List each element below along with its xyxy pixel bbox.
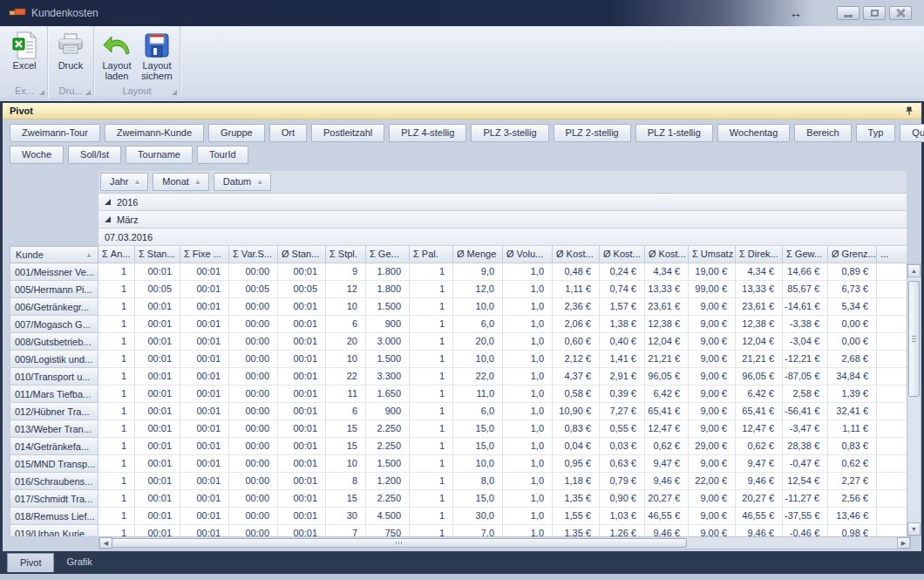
layout-laden-button[interactable]: Layout laden <box>98 29 136 81</box>
column-header[interactable]: Ø Kost... <box>553 246 600 263</box>
scroll-up-icon[interactable]: ▲ <box>907 264 921 277</box>
tab-grafik[interactable]: Grafik <box>54 553 104 572</box>
scroll-down-icon[interactable]: ▼ <box>907 522 921 536</box>
data-cell: 1.500 <box>366 455 410 473</box>
field-label: Monat <box>162 174 189 190</box>
data-cell: 0,00 € <box>828 333 877 351</box>
data-cell: 1,0 <box>503 316 553 333</box>
row-header[interactable]: 007/Mogasch G... <box>10 316 99 333</box>
row-header[interactable]: 011/Mars Tiefba... <box>10 386 99 403</box>
data-cell: 65,41 € <box>645 403 689 420</box>
data-cell: 00:01 <box>278 438 326 455</box>
row-header[interactable]: 006/Getränkegr... <box>10 298 99 316</box>
minimize-icon <box>844 15 853 17</box>
row-header[interactable]: 013/Weber Tran... <box>10 420 99 438</box>
column-header[interactable]: Σ Stpl. <box>326 246 366 263</box>
data-cell: 1,39 € <box>828 386 877 403</box>
row-header[interactable]: 019/Urban Kurie... <box>10 525 99 536</box>
column-header[interactable]: Ø Volu... <box>503 246 553 263</box>
filter-field-chip-soll-ist[interactable]: Soll/Ist <box>68 146 121 164</box>
row-field-chip-kunde[interactable]: Kunde ▲ <box>10 246 99 263</box>
pin-icon[interactable] <box>904 106 914 116</box>
filter-field-chip-plz-3-stellig[interactable]: PLZ 3-stellig <box>471 124 548 142</box>
column-header[interactable]: Σ Stan... <box>135 246 180 263</box>
row-header[interactable]: 015/MND Transp... <box>10 455 99 473</box>
filter-field-chip-tourname[interactable]: Tourname <box>126 146 193 164</box>
data-cell: 1 <box>410 368 453 386</box>
row-header[interactable]: 010/Transport u... <box>10 368 99 386</box>
data-cell: 12,47 € <box>645 420 689 438</box>
dialog-launcher-icon[interactable] <box>39 90 44 95</box>
minimize-button[interactable] <box>837 6 859 20</box>
column-field-chip-monat[interactable]: Monat▲ <box>153 173 209 191</box>
filter-field-chip-woche[interactable]: Woche <box>10 146 64 164</box>
data-cell: 00:01 <box>180 281 229 298</box>
column-header[interactable]: Ø Kost... <box>645 246 689 263</box>
column-header[interactable]: Σ Pal. <box>410 246 453 263</box>
row-header[interactable]: 001/Meissner Ve... <box>10 263 99 281</box>
filter-field-chip-plz-1-stellig[interactable]: PLZ 1-stellig <box>635 124 713 142</box>
data-cell: 4,37 € <box>553 368 600 386</box>
row-header[interactable]: 017/Schmidt Tra... <box>10 490 99 508</box>
column-header[interactable]: ... <box>877 246 907 263</box>
filter-field-chip-quartal[interactable]: Quartal <box>900 124 924 142</box>
restore-button[interactable] <box>863 6 886 20</box>
column-field-chip-jahr[interactable]: Jahr▲ <box>100 173 148 191</box>
data-cell: 46,55 € <box>736 508 783 525</box>
excel-button[interactable]: Excel <box>5 29 44 71</box>
horizontal-scrollbar-thumb[interactable] <box>112 538 687 548</box>
row-header[interactable]: 005/Hermann Pi... <box>10 281 99 298</box>
scroll-left-icon[interactable]: ◀ <box>99 537 112 549</box>
dialog-launcher-icon[interactable] <box>85 90 91 95</box>
column-header[interactable]: Σ Direk... <box>736 246 783 263</box>
pivot-band-m-rz[interactable]: März <box>99 211 907 229</box>
row-header[interactable]: 008/Gutsbetrieb... <box>10 333 99 351</box>
filter-field-chip-bereich[interactable]: Bereich <box>794 124 851 142</box>
column-header[interactable]: Ø Menge <box>453 246 503 263</box>
filter-field-chip-zweimann-kunde[interactable]: Zweimann-Kunde <box>105 124 204 142</box>
column-header[interactable]: Ø Grenz... <box>828 246 877 263</box>
filter-field-chip-plz-2-stellig[interactable]: PLZ 2-stellig <box>554 124 631 142</box>
data-cell: 00:01 <box>278 473 326 490</box>
column-header[interactable]: Ø Stan... <box>278 246 326 263</box>
resize-cursor-icon: ↔ <box>790 6 802 20</box>
scroll-right-icon[interactable]: ▶ <box>897 537 910 549</box>
column-field-chip-datum[interactable]: Datum▲ <box>214 173 271 191</box>
row-header[interactable]: 009/Logistik und... <box>10 351 99 368</box>
row-header[interactable]: 016/Schraubens... <box>10 473 99 490</box>
vertical-scrollbar-thumb[interactable] <box>908 281 920 397</box>
collapse-icon[interactable] <box>105 199 111 205</box>
data-cell: 00:01 <box>278 525 326 536</box>
vertical-scrollbar[interactable]: ▲ ▼ <box>907 263 921 536</box>
filter-field-chip-postleitzahl[interactable]: Postleitzahl <box>311 124 384 142</box>
column-header[interactable]: Σ An... <box>99 246 135 263</box>
layout-sichern-button[interactable]: Layout sichern <box>138 29 176 81</box>
column-header[interactable]: Σ Ge... <box>366 246 410 263</box>
horizontal-scrollbar[interactable]: ◀ ▶ <box>99 536 911 549</box>
column-header[interactable]: Σ Fixe ... <box>180 246 229 263</box>
row-header[interactable]: 018/Remuss Lief... <box>10 508 99 525</box>
data-cell <box>877 403 907 420</box>
row-header[interactable]: 014/Getränkefa... <box>10 438 99 455</box>
dialog-launcher-icon[interactable] <box>172 90 177 95</box>
druck-button[interactable]: Druck <box>51 29 90 71</box>
column-header[interactable]: Σ Var.S... <box>229 246 278 263</box>
column-header[interactable]: Σ Gew... <box>783 246 828 263</box>
column-header[interactable]: Σ Umsatz <box>689 246 736 263</box>
row-header[interactable]: 012/Hübner Tra... <box>10 403 99 420</box>
filter-field-chip-ort[interactable]: Ort <box>269 124 307 142</box>
filter-field-chip-typ[interactable]: Typ <box>856 124 896 142</box>
tab-pivot[interactable]: Pivot <box>7 553 54 572</box>
filter-field-chip-gruppe[interactable]: Gruppe <box>208 124 265 142</box>
close-button[interactable] <box>889 6 912 20</box>
collapse-icon[interactable] <box>105 216 111 222</box>
column-header[interactable]: Ø Kost... <box>600 246 645 263</box>
data-cell <box>877 298 907 316</box>
filter-field-chip-plz-4-stellig[interactable]: PLZ 4-stellig <box>389 124 466 142</box>
pivot-band-2016[interactable]: 2016 <box>99 194 907 211</box>
data-cell: 00:01 <box>180 403 229 420</box>
pivot-band-07-03-2016[interactable]: 07.03.2016 <box>99 229 907 246</box>
filter-field-chip-zweimann-tour[interactable]: Zweimann-Tour <box>10 124 100 142</box>
filter-field-chip-wochentag[interactable]: Wochentag <box>717 124 790 142</box>
filter-field-chip-tourid[interactable]: TourId <box>197 146 248 164</box>
